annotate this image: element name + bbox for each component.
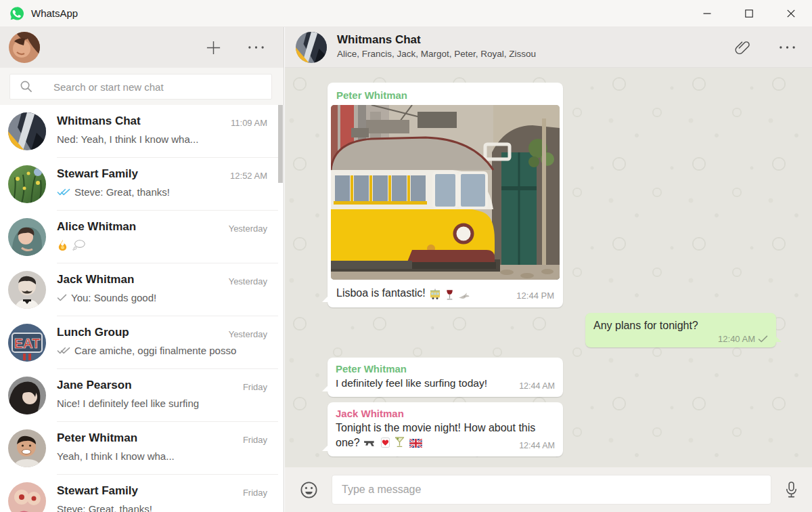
conversation-title: Whitmans Chat xyxy=(337,33,536,47)
new-chat-button[interactable] xyxy=(198,27,228,68)
chat-list-item-whitmans-chat[interactable]: Whitmans Chat 11:09 AM Ned: Yeah, I thin… xyxy=(0,105,284,158)
avatar-jack xyxy=(8,271,46,309)
read-double-check-icon xyxy=(57,188,70,196)
incoming-message-jack: Jack Whitman Tonight is the movie night!… xyxy=(328,402,563,456)
thought-balloon-icon xyxy=(72,240,85,251)
bubble-tail xyxy=(322,296,328,302)
chat-list-item-jane-pearson[interactable]: Jane Pearson Friday Nice! I definitely f… xyxy=(0,369,284,422)
title-bar: WhatsApp xyxy=(0,0,812,27)
revolver-icon xyxy=(363,439,376,448)
uk-flag-icon xyxy=(409,439,422,448)
plus-icon xyxy=(205,39,222,56)
avatar-alice xyxy=(8,218,46,256)
search-bar xyxy=(0,68,284,105)
avatar-peter xyxy=(8,429,46,467)
chat-list-item-alice-whitman[interactable]: Alice Whitman Yesterday xyxy=(0,211,284,263)
ellipsis-icon xyxy=(248,45,265,49)
paperclip-icon xyxy=(734,39,750,56)
sidebar-header xyxy=(0,27,284,68)
message-row: I definitely feel like surfing today! 12… xyxy=(336,376,555,391)
message-preview xyxy=(57,239,267,251)
minimize-button[interactable] xyxy=(686,0,728,27)
message-preview: Nice! I definitely feel like surfing xyxy=(57,398,267,409)
minimize-icon xyxy=(703,9,711,18)
contact-name: Alice Whitman xyxy=(57,220,136,234)
sidebar: Whitmans Chat 11:09 AM Ned: Yeah, I thin… xyxy=(0,27,284,512)
message-area: Peter Whitman xyxy=(285,68,812,512)
attach-button[interactable] xyxy=(727,27,757,68)
chat-list-item-stewart-family[interactable]: Stewart Family 12:52 AM Steve: Great, th… xyxy=(0,158,284,211)
timestamp: Friday xyxy=(243,435,267,445)
chat-list-item-lunch-group[interactable]: EAT Lunch Group Yesterday Care amiche, o… xyxy=(0,316,284,369)
message-time: 12:44 AM xyxy=(519,441,555,450)
microphone-icon xyxy=(783,480,800,500)
message-text: Any plans for tonight? xyxy=(593,318,768,333)
conversation-menu-button[interactable] xyxy=(772,27,802,68)
sidebar-scrollbar[interactable] xyxy=(278,105,283,183)
conversation-pane: Whitmans Chat Alice, Francis, Jack, Marg… xyxy=(285,27,812,512)
timestamp: Yesterday xyxy=(229,223,267,234)
chat-list-item-jack-whitman[interactable]: Jack Whitman Yesterday You: Sounds good! xyxy=(0,263,284,316)
contact-name: Lunch Group xyxy=(57,326,129,339)
bubble-tail xyxy=(322,385,328,391)
avatar-tram xyxy=(8,112,46,150)
conversation-info[interactable]: Whitmans Chat Alice, Francis, Jack, Marg… xyxy=(337,33,536,59)
maximize-button[interactable] xyxy=(728,0,770,27)
message-preview: Ned: Yeah, I think I know wha... xyxy=(57,133,267,145)
outgoing-message: Any plans for tonight? 12:40 AM xyxy=(585,313,776,347)
contact-name: Stewart Family xyxy=(57,484,138,498)
conversation-members: Alice, Francis, Jack, Margot, Peter, Roy… xyxy=(337,49,536,59)
dove-icon xyxy=(458,291,471,301)
sender-name: Peter Whitman xyxy=(331,86,560,105)
message-preview: Yeah, I think I know wha... xyxy=(57,450,267,462)
search-input[interactable] xyxy=(9,74,272,100)
photo-caption: Lisboa is fantastic! xyxy=(336,286,426,301)
incoming-message-peter: Peter Whitman I definitely feel like sur… xyxy=(328,358,563,397)
emoji-picker-button[interactable] xyxy=(294,467,323,512)
sidebar-menu-button[interactable] xyxy=(241,27,271,68)
voice-message-button[interactable] xyxy=(776,467,806,512)
avatar-sign-text: EAT xyxy=(14,336,41,351)
contact-name: Jack Whitman xyxy=(57,273,134,286)
message-preview: Steve: Great, thanks! xyxy=(57,186,267,198)
sender-name: Jack Whitman xyxy=(336,408,555,419)
fire-icon xyxy=(57,239,68,251)
chat-list-item-peter-whitman[interactable]: Peter Whitman Friday Yeah, I think I kno… xyxy=(0,422,284,475)
maximize-icon xyxy=(745,9,753,18)
bubble-tail xyxy=(322,445,328,451)
profile-avatar[interactable] xyxy=(9,32,40,63)
chat-list-item-stewart-family-2[interactable]: Stewart Family Friday Steve: Great, than… xyxy=(0,475,284,512)
sender-name: Peter Whitman xyxy=(336,363,555,375)
message-preview: Care amiche, oggi finalmente posso xyxy=(57,345,267,356)
photo-caption-row: Lisboa is fantastic! 12:44 PM xyxy=(331,280,560,307)
avatar-meadow xyxy=(8,165,46,203)
timestamp: 12:52 AM xyxy=(230,171,267,181)
bubble-tail xyxy=(775,336,782,342)
message-text: I definitely feel like surfing today! xyxy=(336,376,487,391)
incoming-photo-message: Peter Whitman xyxy=(328,83,563,307)
message-meta: 12:40 AM xyxy=(593,334,768,344)
message-input[interactable] xyxy=(332,475,771,505)
delivered-double-check-icon xyxy=(57,347,70,354)
whatsapp-logo-icon xyxy=(9,6,24,21)
window-title: WhatsApp xyxy=(31,0,78,27)
timestamp: Friday xyxy=(243,382,267,392)
heart-card-icon xyxy=(381,438,390,448)
close-button[interactable] xyxy=(770,0,812,27)
timestamp: Yesterday xyxy=(229,329,267,339)
message-preview: Steve: Great, thanks! xyxy=(57,503,267,512)
message-time: 12:44 PM xyxy=(516,291,554,301)
contact-name: Whitmans Chat xyxy=(57,114,141,128)
chat-list: Whitmans Chat 11:09 AM Ned: Yeah, I thin… xyxy=(0,105,284,512)
conversation-header: Whitmans Chat Alice, Francis, Jack, Marg… xyxy=(285,27,812,68)
avatar-eat-sign: EAT xyxy=(8,324,46,362)
photo-message-image[interactable] xyxy=(331,105,560,280)
smiley-icon xyxy=(299,480,319,500)
contact-name: Jane Pearson xyxy=(57,379,132,392)
cocktail-icon xyxy=(394,436,405,448)
conversation-avatar-tram[interactable] xyxy=(296,32,327,63)
timestamp: 11:09 AM xyxy=(231,118,267,128)
message-preview: You: Sounds good! xyxy=(57,292,267,303)
contact-name: Peter Whitman xyxy=(57,431,137,445)
sent-check-icon xyxy=(57,294,67,301)
